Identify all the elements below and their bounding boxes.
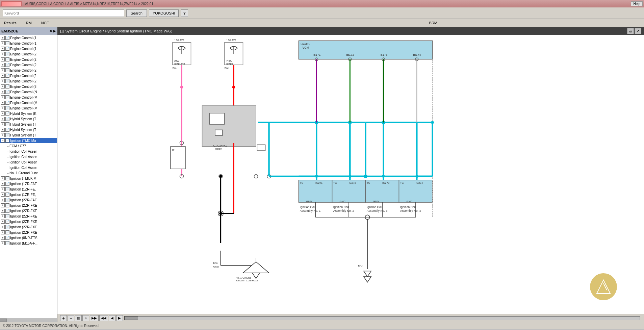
tree-item[interactable]: +📄Engine Control (2 xyxy=(0,73,57,78)
keyword-input[interactable] xyxy=(3,9,124,17)
tree-expand-icon[interactable]: + xyxy=(1,128,5,132)
tree-item[interactable]: +📄Ignition (TMUK M xyxy=(0,176,57,181)
left-panel-arrow[interactable]: ▶ xyxy=(53,29,56,33)
scrollbar-thumb[interactable] xyxy=(125,316,138,320)
tree-expand-icon[interactable]: + xyxy=(1,47,5,51)
tree-expand-icon[interactable]: + xyxy=(1,220,5,224)
horizontal-scrollbar[interactable] xyxy=(124,316,640,320)
tree-item[interactable]: - Ignition Coil Assen xyxy=(0,159,57,165)
tree-expand-icon[interactable]: + xyxy=(1,176,5,180)
tab-brm[interactable]: BRM xyxy=(428,20,439,26)
tree-expand-icon[interactable]: + xyxy=(1,214,5,218)
help-button[interactable]: Help xyxy=(631,1,643,6)
left-panel-close-button[interactable]: × xyxy=(50,29,52,33)
zoom-in-button[interactable]: + xyxy=(60,315,67,321)
tree-expand-icon[interactable]: + xyxy=(1,90,5,94)
tree-expand-icon[interactable]: + xyxy=(1,52,5,56)
tree-expand-icon[interactable]: − xyxy=(1,138,5,143)
tree-expand-icon[interactable]: + xyxy=(1,241,5,245)
tree-item[interactable]: +📄Hybrid System (T xyxy=(0,122,57,127)
tree-item[interactable]: - Ignition Coil Assen xyxy=(0,149,57,154)
tree-expand-icon[interactable]: + xyxy=(1,225,5,229)
tree-expand-icon[interactable]: + xyxy=(1,187,5,191)
tree-expand-icon[interactable]: + xyxy=(1,133,5,137)
tab-rm[interactable]: RM xyxy=(25,20,33,26)
tree-item[interactable]: - No. 1 Ground Junc xyxy=(0,170,57,176)
svg-text:Relay: Relay xyxy=(215,147,222,150)
tree-item[interactable]: +📄Ignition (2ZR-FXE xyxy=(0,224,57,230)
tree-item[interactable]: +📄Engine Control (8 xyxy=(0,84,57,89)
tree-expand-icon[interactable]: + xyxy=(1,122,5,126)
tree-expand-icon[interactable]: + xyxy=(1,111,5,116)
help-icon-button[interactable]: ? xyxy=(181,9,188,17)
tree-expand-icon[interactable]: + xyxy=(1,57,5,61)
tree-expand-icon[interactable]: + xyxy=(1,182,5,186)
nav-prev-button[interactable]: ◀◀ xyxy=(99,315,108,321)
tree-item[interactable]: +📄Ignition (2ZR-FAE xyxy=(0,197,57,203)
tree-expand-icon[interactable]: + xyxy=(1,68,5,72)
tree-item[interactable]: +📄Engine Control (2 xyxy=(0,68,57,73)
tree-expand-icon[interactable]: + xyxy=(1,84,5,88)
svg-point-46 xyxy=(219,212,222,215)
tree-item[interactable]: +📄Ignition (M15A-F... xyxy=(0,240,57,246)
tree-scrollbar-h[interactable] xyxy=(0,318,57,322)
zoom-out-button[interactable]: − xyxy=(68,315,74,321)
tab-ncf[interactable]: NCF xyxy=(40,20,50,26)
tree-expand-icon[interactable]: + xyxy=(1,95,5,99)
nav-back-button[interactable]: ◀ xyxy=(109,315,115,321)
tree-item[interactable]: +📄Ignition (2ZR-FXE xyxy=(0,230,57,235)
tree-item[interactable]: +📄Hybrid System (T xyxy=(0,116,57,122)
print-button[interactable]: 🖨 xyxy=(627,28,634,34)
tree-item[interactable]: +📄Ignition (2ZR-FXE xyxy=(0,219,57,224)
tree-expand-icon[interactable]: + xyxy=(1,36,5,40)
tree-expand-icon[interactable]: + xyxy=(1,74,5,78)
tree-expand-icon[interactable]: + xyxy=(1,209,5,213)
tree-item[interactable]: +📄Ignition (1ZR-FAE xyxy=(0,181,57,186)
tree-expand-icon[interactable]: + xyxy=(1,101,5,105)
tree-item[interactable]: +📄Engine Control (1 xyxy=(0,41,57,46)
tree-item[interactable]: +📄Engine Control (1 xyxy=(0,35,57,41)
export-button[interactable]: ↗ xyxy=(635,28,641,34)
tree-item[interactable]: +📄Ignition (2ZR-FXE xyxy=(0,213,57,219)
tree-item[interactable]: - Ignition Coil Assen xyxy=(0,165,57,170)
nav-forward-button[interactable]: ▶ xyxy=(116,315,123,321)
chart-button[interactable]: ▦ xyxy=(75,315,82,321)
tree-item[interactable]: +📄Hybrid System (K xyxy=(0,111,57,116)
yokogushi-button[interactable]: YOKOGUSHI xyxy=(149,9,179,17)
tree-expand-icon[interactable]: + xyxy=(1,106,5,110)
tree-expand-icon[interactable]: + xyxy=(1,230,5,234)
tree-item[interactable]: +📄Ignition (1ZR-FE, xyxy=(0,192,57,197)
circle-button[interactable]: ○ xyxy=(82,315,89,321)
tree-item[interactable]: +📄Engine Control (2 xyxy=(0,62,57,68)
tree-item[interactable]: +📄Engine Control (M xyxy=(0,105,57,111)
tree-container[interactable]: +📄Engine Control (1+📄Engine Control (1+📄… xyxy=(0,35,57,318)
tree-item[interactable]: +📄Engine Control (2 xyxy=(0,51,57,57)
tree-item[interactable]: - Ignition Coil Assen xyxy=(0,154,57,159)
tree-item[interactable]: +📄Ignition (2ZR-FXE xyxy=(0,208,57,213)
tree-expand-icon[interactable]: + xyxy=(1,193,5,197)
tree-item[interactable]: +📄Ignition (1ZR-FE, xyxy=(0,186,57,192)
tree-item[interactable]: +📄Engine Control (2 xyxy=(0,78,57,84)
tree-item[interactable]: +📄Engine Control (2 xyxy=(0,57,57,62)
tree-item[interactable]: +📄Engine Control (1 xyxy=(0,46,57,51)
tree-expand-icon[interactable]: + xyxy=(1,117,5,121)
tree-item[interactable]: +📄Engine Control (M xyxy=(0,95,57,100)
search-button[interactable]: Search xyxy=(126,9,147,17)
tree-item[interactable]: +📄Ignition (2ZR-FXE xyxy=(0,203,57,208)
tree-expand-icon[interactable]: + xyxy=(1,79,5,83)
nav-end-button[interactable]: ▶▶ xyxy=(90,315,99,321)
left-panel-tab-label: EM352CE xyxy=(1,29,18,33)
tree-item[interactable]: - ECM / C77 xyxy=(0,143,57,149)
tab-results[interactable]: Results xyxy=(3,20,18,26)
tree-expand-icon[interactable]: + xyxy=(1,41,5,45)
tree-item[interactable]: +📄Hybrid System (T xyxy=(0,127,57,132)
tree-item[interactable]: −📄Ignition (TMC Ma xyxy=(0,138,57,143)
tree-expand-icon[interactable]: + xyxy=(1,236,5,240)
tree-item[interactable]: +📄Engine Control (M xyxy=(0,100,57,105)
tree-item[interactable]: +📄Ignition (8NR-FTS xyxy=(0,235,57,240)
tree-expand-icon[interactable]: + xyxy=(1,198,5,202)
tree-expand-icon[interactable]: + xyxy=(1,63,5,67)
tree-item[interactable]: +📄Hybrid System (T xyxy=(0,132,57,138)
tree-expand-icon[interactable]: + xyxy=(1,203,5,207)
tree-item[interactable]: +📄Engine Control (N xyxy=(0,89,57,95)
